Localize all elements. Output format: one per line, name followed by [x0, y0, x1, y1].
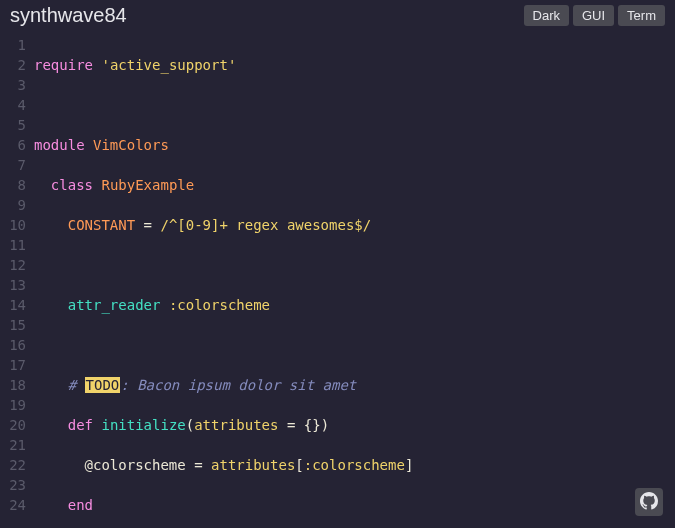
line-number: 19: [0, 395, 26, 415]
code-line: def initialize(attributes = {}): [34, 415, 675, 435]
line-number: 22: [0, 455, 26, 475]
todo-highlight: TODO: [85, 377, 121, 393]
line-number: 10: [0, 215, 26, 235]
mode-buttons: Dark GUI Term: [524, 5, 665, 26]
line-number: 1: [0, 35, 26, 55]
code-line: end: [34, 495, 675, 515]
line-number: 3: [0, 75, 26, 95]
code-line: CONSTANT = /^[0-9]+ regex awesomes$/: [34, 215, 675, 235]
line-number: 7: [0, 155, 26, 175]
line-number: 15: [0, 315, 26, 335]
code-line: attr_reader :colorscheme: [34, 295, 675, 315]
line-number-gutter: 1 2 3 4 5 6 7 8 9 10 11 12 13 14 15 16 1…: [0, 35, 34, 528]
header: synthwave84 Dark GUI Term: [0, 0, 675, 33]
code-line: require 'active_support': [34, 55, 675, 75]
term-button[interactable]: Term: [618, 5, 665, 26]
code-editor: 1 2 3 4 5 6 7 8 9 10 11 12 13 14 15 16 1…: [0, 33, 675, 528]
code-line: class RubyExample: [34, 175, 675, 195]
code-line: [34, 335, 675, 355]
line-number: 17: [0, 355, 26, 375]
github-link[interactable]: [635, 488, 663, 516]
line-number: 13: [0, 275, 26, 295]
code-line: [34, 95, 675, 115]
line-number: 14: [0, 295, 26, 315]
line-number: 21: [0, 435, 26, 455]
line-number: 11: [0, 235, 26, 255]
code-line: @colorscheme = attributes[:colorscheme]: [34, 455, 675, 475]
line-number: 9: [0, 195, 26, 215]
line-number: 18: [0, 375, 26, 395]
dark-button[interactable]: Dark: [524, 5, 569, 26]
line-number: 6: [0, 135, 26, 155]
gui-button[interactable]: GUI: [573, 5, 614, 26]
line-number: 20: [0, 415, 26, 435]
line-number: 24: [0, 495, 26, 515]
code-line: [34, 255, 675, 275]
line-number: 12: [0, 255, 26, 275]
code-area[interactable]: require 'active_support' module VimColor…: [34, 35, 675, 528]
line-number: 2: [0, 55, 26, 75]
line-number: 4: [0, 95, 26, 115]
code-line: # TODO: Bacon ipsum dolor sit amet: [34, 375, 675, 395]
theme-title: synthwave84: [10, 4, 127, 27]
line-number: 16: [0, 335, 26, 355]
code-line: module VimColors: [34, 135, 675, 155]
github-icon: [640, 492, 658, 513]
line-number: 5: [0, 115, 26, 135]
line-number: 23: [0, 475, 26, 495]
line-number: 8: [0, 175, 26, 195]
